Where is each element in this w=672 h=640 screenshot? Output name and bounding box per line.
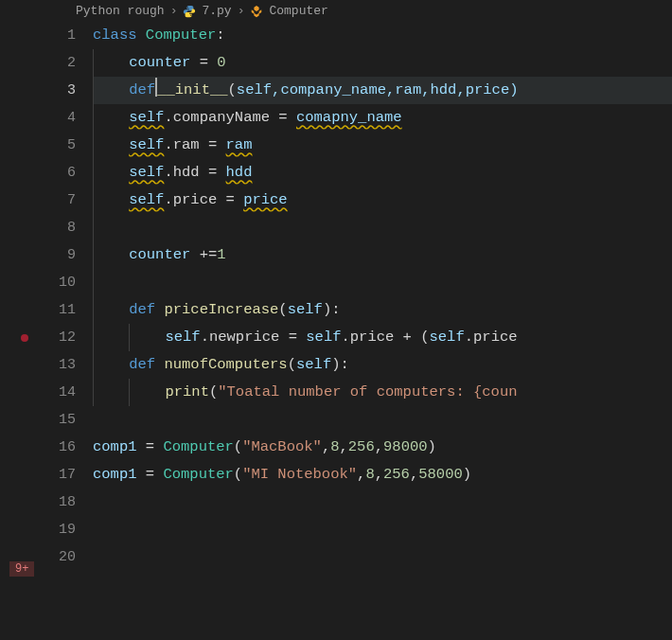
line-number[interactable]: 15: [45, 406, 76, 434]
editor-body: 9+ 1 2 3 4 5 6 7 8 9 10 11 12 13 14 15 1…: [0, 22, 672, 640]
line-number[interactable]: 16: [45, 434, 76, 461]
code-line[interactable]: [93, 214, 672, 241]
code-line[interactable]: counter +=1: [93, 241, 672, 269]
line-number[interactable]: 7: [45, 187, 76, 214]
code-line[interactable]: print("Toatal number of computers: {coun: [93, 379, 672, 406]
chevron-icon: ›: [170, 4, 178, 18]
line-number[interactable]: 4: [45, 104, 76, 132]
line-number[interactable]: 5: [45, 132, 76, 159]
class-symbol-icon: [250, 5, 263, 18]
breadcrumb-folder[interactable]: Python rough: [76, 4, 165, 18]
line-number[interactable]: 1: [45, 22, 76, 49]
code-line[interactable]: def priceIncrease(self):: [93, 296, 672, 324]
chevron-icon: ›: [238, 4, 245, 18]
line-number[interactable]: 18: [45, 489, 76, 516]
problems-badge[interactable]: 9+: [9, 561, 34, 577]
line-number[interactable]: 8: [45, 214, 76, 241]
breadcrumb-symbol[interactable]: Computer: [269, 4, 327, 18]
line-number[interactable]: 3: [45, 77, 76, 104]
breakpoint-icon[interactable]: [21, 334, 28, 342]
code-content[interactable]: class Computer: counter = 0 def__init__(…: [93, 22, 672, 640]
code-line[interactable]: def numofComputers(self):: [93, 351, 672, 379]
code-line[interactable]: self.ram = ram: [93, 132, 672, 159]
line-number[interactable]: 14: [45, 379, 76, 406]
code-line[interactable]: self.companyName = comapny_name: [93, 104, 672, 132]
code-line[interactable]: [93, 516, 672, 543]
line-number[interactable]: 6: [45, 159, 76, 187]
glyph-margin[interactable]: 9+: [0, 22, 45, 640]
code-line[interactable]: [93, 269, 672, 296]
line-number[interactable]: 13: [45, 351, 76, 379]
code-line[interactable]: counter = 0: [93, 49, 672, 77]
code-line[interactable]: self.newprice = self.price + (self.price: [93, 324, 672, 351]
editor-container: Python rough › 7.py › Computer 9+ 1 2 3 …: [0, 0, 672, 640]
line-number[interactable]: 19: [45, 516, 76, 543]
line-number[interactable]: 9: [45, 241, 76, 269]
python-file-icon: [183, 5, 196, 18]
line-number[interactable]: 17: [45, 461, 76, 489]
line-number[interactable]: 10: [45, 269, 76, 296]
code-line[interactable]: self.hdd = hdd: [93, 159, 672, 187]
code-line[interactable]: [93, 489, 672, 516]
code-line[interactable]: [93, 543, 672, 571]
line-number[interactable]: 20: [45, 543, 76, 571]
line-number[interactable]: 11: [45, 296, 76, 324]
breadcrumb[interactable]: Python rough › 7.py › Computer: [0, 0, 672, 22]
line-number[interactable]: 12: [45, 324, 76, 351]
breadcrumb-file[interactable]: 7.py: [202, 4, 231, 18]
code-line[interactable]: comp1 = Computer("MacBook",8,256,98000): [93, 434, 672, 461]
code-line[interactable]: comp1 = Computer("MI Notebook",8,256,580…: [93, 461, 672, 489]
code-line[interactable]: [93, 406, 672, 434]
line-number-gutter[interactable]: 1 2 3 4 5 6 7 8 9 10 11 12 13 14 15 16 1…: [45, 22, 93, 640]
code-line[interactable]: class Computer:: [93, 22, 672, 49]
code-line[interactable]: self.price = price: [93, 187, 672, 214]
code-line-active[interactable]: def__init__(self,company_name,ram,hdd,pr…: [93, 77, 672, 104]
line-number[interactable]: 2: [45, 49, 76, 77]
